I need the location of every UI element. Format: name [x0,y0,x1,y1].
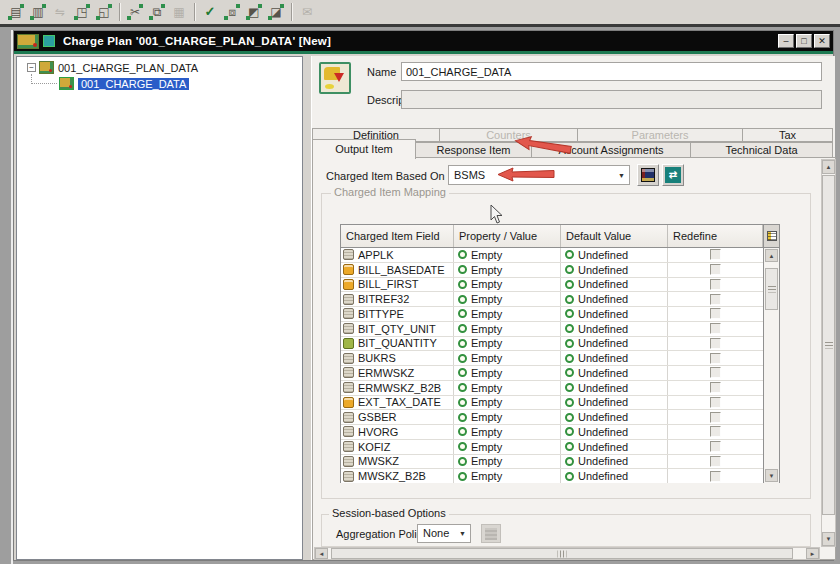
tab-output-item[interactable]: Output Item [312,139,416,159]
redefine-checkbox[interactable] [710,412,721,423]
tab-tax[interactable]: Tax [742,128,833,142]
table-row[interactable]: APPLK Empty Undefined [341,248,763,263]
property-cell[interactable]: Empty [454,337,561,351]
property-cell[interactable]: Empty [454,248,561,262]
default-cell[interactable]: Undefined [561,410,668,424]
scroll-down-icon[interactable]: ▼ [822,532,835,546]
default-cell[interactable]: Undefined [561,322,668,336]
print-icon[interactable]: ▦ [169,2,189,22]
export-icon[interactable]: ◱ [94,2,114,22]
redefine-checkbox[interactable] [710,382,721,393]
minimize-button[interactable]: – [778,34,794,48]
table-row[interactable]: BILL_BASEDATE Empty Undefined [341,263,763,278]
open-icon[interactable]: ▥ [28,2,48,22]
column-header-redefine[interactable]: Redefine [668,225,763,247]
table-row[interactable]: KOFIZ Empty Undefined [341,440,763,455]
property-cell[interactable]: Empty [454,396,561,410]
field-mapping-button[interactable] [637,164,659,186]
close-button[interactable]: ✕ [814,34,830,48]
default-cell[interactable]: Undefined [561,440,668,454]
redefine-checkbox[interactable] [710,367,721,378]
deploy-icon[interactable]: ◩ [244,2,264,22]
redefine-checkbox[interactable] [710,264,721,275]
property-cell[interactable]: Empty [454,366,561,380]
default-cell[interactable]: Undefined [561,366,668,380]
tree-node-charge-data[interactable]: 001_CHARGE_DATA [59,76,189,91]
table-row[interactable]: HVORG Empty Undefined [341,425,763,440]
table-row[interactable]: BILL_FIRST Empty Undefined [341,278,763,293]
table-vertical-scrollbar[interactable]: ▲ ▼ [763,248,779,483]
table-row[interactable]: BUKRS Empty Undefined [341,351,763,366]
default-cell[interactable]: Undefined [561,248,668,262]
property-cell[interactable]: Empty [454,278,561,292]
default-cell[interactable]: Undefined [561,337,668,351]
table-row[interactable]: BITREF32 Empty Undefined [341,292,763,307]
panel-scroll-thumb[interactable] [822,175,835,515]
column-header-default[interactable]: Default Value [561,225,668,247]
redefine-checkbox[interactable] [710,308,721,319]
restore-button[interactable]: □ [796,34,812,48]
table-row[interactable]: GSBER Empty Undefined [341,410,763,425]
chevron-down-icon[interactable]: ▼ [614,172,629,179]
redefine-checkbox[interactable] [710,353,721,364]
property-cell[interactable]: Empty [454,292,561,306]
link-icon[interactable]: ⇋ [50,2,70,22]
default-cell[interactable]: Undefined [561,278,668,292]
table-scroll-thumb[interactable] [765,268,778,310]
default-cell[interactable]: Undefined [561,263,668,277]
redefine-checkbox[interactable] [710,249,721,260]
default-cell[interactable]: Undefined [561,307,668,321]
redefine-checkbox[interactable] [710,471,721,482]
table-row[interactable]: ERMWSKZ_B2B Empty Undefined [341,381,763,396]
table-row[interactable]: BIT_QTY_UNIT Empty Undefined [341,322,763,337]
scroll-down-icon[interactable]: ▼ [765,469,778,482]
default-cell[interactable]: Undefined [561,381,668,395]
redefine-checkbox[interactable] [710,294,721,305]
copy-icon[interactable]: ⧉ [147,2,167,22]
goto-icon[interactable]: ⧈ [222,2,242,22]
table-row[interactable]: EXT_TAX_DATE Empty Undefined [341,396,763,411]
description-input[interactable] [401,90,822,109]
default-cell[interactable]: Undefined [561,292,668,306]
column-header-property[interactable]: Property / Value [454,225,561,247]
column-config-button[interactable] [763,225,779,247]
table-row[interactable]: MWSKZ_B2B Empty Undefined [341,469,763,483]
default-cell[interactable]: Undefined [561,396,668,410]
refresh-button[interactable]: ⇄ [662,164,684,186]
default-cell[interactable]: Undefined [561,351,668,365]
panel-horizontal-scrollbar[interactable]: ◄ ► [314,547,820,560]
table-row[interactable]: ERMWSKZ Empty Undefined [341,366,763,381]
property-cell[interactable]: Empty [454,425,561,439]
table-row[interactable]: BITTYPE Empty Undefined [341,307,763,322]
property-cell[interactable]: Empty [454,307,561,321]
scroll-left-icon[interactable]: ◄ [315,548,328,559]
window-titlebar[interactable]: Charge Plan '001_CHARGE_PLAN_DATA' [New]… [14,31,833,51]
cut-icon[interactable]: ✂ [125,2,145,22]
chevron-down-icon[interactable]: ▼ [455,530,470,537]
scroll-right-icon[interactable]: ► [806,548,819,559]
property-cell[interactable]: Empty [454,263,561,277]
default-cell[interactable]: Undefined [561,469,668,483]
tab-parameters[interactable]: Parameters [577,128,743,142]
tree-expander-icon[interactable]: − [27,63,36,72]
table-row[interactable]: MWSKZ Empty Undefined [341,455,763,470]
property-cell[interactable]: Empty [454,455,561,469]
tree-node-charge-plan[interactable]: 001_CHARGE_PLAN_DATA [39,60,198,75]
redefine-checkbox[interactable] [710,426,721,437]
send-icon[interactable]: ✉ [297,2,317,22]
redefine-checkbox[interactable] [710,441,721,452]
property-cell[interactable]: Empty [454,351,561,365]
aggregation-policy-combo[interactable]: None ▼ [417,524,471,543]
property-cell[interactable]: Empty [454,322,561,336]
panel-vertical-scrollbar[interactable]: ▲ ▼ [821,159,836,547]
scroll-up-icon[interactable]: ▲ [822,160,835,174]
redefine-checkbox[interactable] [710,456,721,467]
column-header-field[interactable]: Charged Item Field [341,225,454,247]
name-input[interactable] [401,62,822,81]
release-icon[interactable]: ◪ [266,2,286,22]
property-cell[interactable]: Empty [454,381,561,395]
property-cell[interactable]: Empty [454,469,561,483]
redefine-checkbox[interactable] [710,338,721,349]
scroll-up-icon[interactable]: ▲ [765,249,778,262]
default-cell[interactable]: Undefined [561,455,668,469]
